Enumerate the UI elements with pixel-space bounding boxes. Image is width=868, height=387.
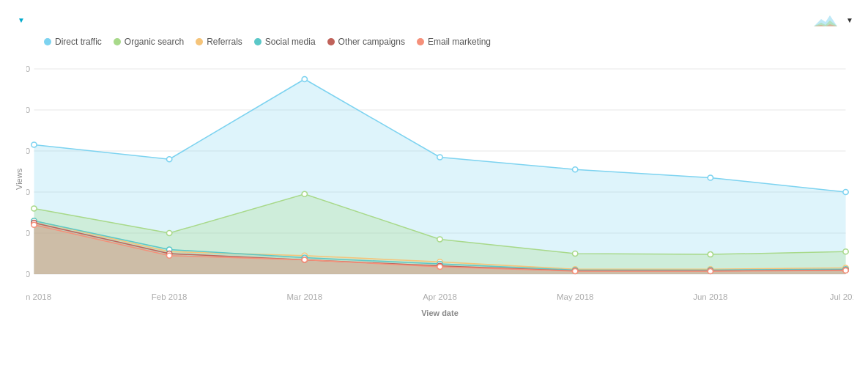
svg-point-28 <box>843 190 848 195</box>
svg-point-23 <box>166 157 171 162</box>
svg-point-35 <box>843 249 848 254</box>
legend-item-referrals: Referrals <box>196 37 242 47</box>
svg-point-25 <box>437 155 442 160</box>
svg-text:100: 100 <box>26 229 30 237</box>
area-style-icon <box>814 12 837 28</box>
svg-point-30 <box>166 231 171 236</box>
legend-item-social: Social media <box>254 37 316 47</box>
legend-dot-organic <box>114 38 121 45</box>
svg-point-61 <box>573 269 578 274</box>
views-dropdown[interactable]: ▼ <box>15 16 25 24</box>
chart-legend: Direct trafficOrganic searchReferralsSoc… <box>15 37 853 47</box>
svg-point-26 <box>573 167 578 172</box>
svg-point-63 <box>843 268 848 273</box>
x-axis-label: View date <box>26 309 853 317</box>
legend-dot-direct <box>44 38 51 45</box>
svg-point-27 <box>708 175 713 180</box>
legend-item-other: Other campaigns <box>327 37 405 47</box>
main-chart: 0100200300400500Jan 2018Feb 2018Mar 2018… <box>26 54 853 303</box>
area-chevron-icon: ▼ <box>846 16 853 24</box>
svg-text:300: 300 <box>26 147 30 155</box>
legend-label-other: Other campaigns <box>338 37 405 47</box>
legend-item-email: Email marketing <box>417 37 491 47</box>
svg-point-62 <box>708 269 713 274</box>
svg-text:0: 0 <box>26 270 30 279</box>
y-axis-label: Views <box>15 54 23 303</box>
legend-dot-referrals <box>196 38 203 45</box>
svg-point-60 <box>437 264 442 269</box>
svg-text:Mar 2018: Mar 2018 <box>287 292 323 301</box>
svg-point-33 <box>573 251 578 257</box>
legend-dot-email <box>417 38 424 45</box>
svg-point-31 <box>302 191 307 196</box>
svg-text:500: 500 <box>26 64 30 73</box>
svg-text:May 2018: May 2018 <box>557 292 593 301</box>
svg-point-59 <box>302 257 307 262</box>
svg-text:Apr 2018: Apr 2018 <box>423 292 457 301</box>
legend-dot-other <box>327 38 335 45</box>
svg-point-22 <box>31 142 37 147</box>
legend-label-social: Social media <box>265 37 316 47</box>
svg-point-34 <box>708 252 713 257</box>
svg-point-58 <box>166 253 171 258</box>
svg-point-57 <box>31 222 37 227</box>
legend-item-direct: Direct traffic <box>44 37 102 47</box>
chevron-down-icon: ▼ <box>18 16 25 24</box>
svg-point-29 <box>31 206 37 211</box>
svg-point-32 <box>437 237 442 242</box>
style-area: ▼ <box>808 12 853 28</box>
legend-label-organic: Organic search <box>125 37 184 47</box>
legend-label-email: Email marketing <box>428 37 491 47</box>
legend-item-organic: Organic search <box>114 37 184 47</box>
svg-text:Jan 2018: Jan 2018 <box>26 292 51 301</box>
area-dropdown[interactable]: ▼ <box>843 16 853 24</box>
svg-text:Jun 2018: Jun 2018 <box>693 292 727 301</box>
legend-label-referrals: Referrals <box>207 37 242 47</box>
svg-text:400: 400 <box>26 106 30 114</box>
svg-text:Jul 2018: Jul 2018 <box>830 292 853 301</box>
svg-point-24 <box>302 77 307 82</box>
svg-text:200: 200 <box>26 188 30 196</box>
legend-dot-social <box>254 38 261 45</box>
legend-label-direct: Direct traffic <box>55 37 102 47</box>
svg-text:Feb 2018: Feb 2018 <box>152 292 188 301</box>
